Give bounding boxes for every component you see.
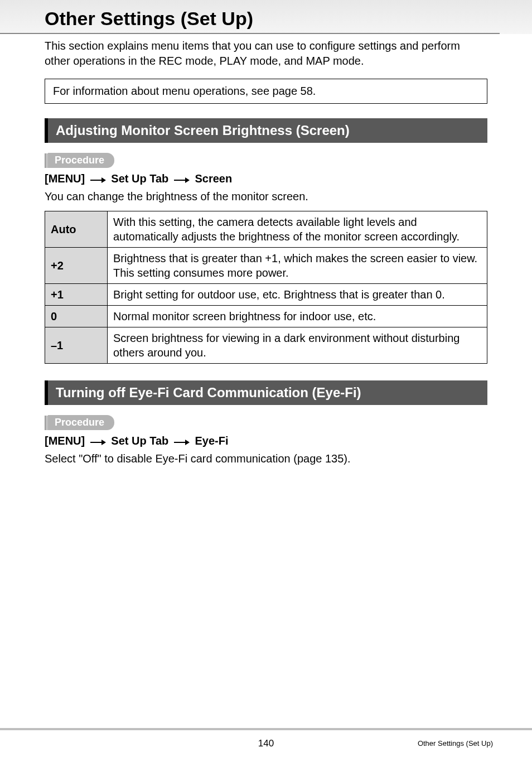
- table-row: +2 Brightness that is greater than +1, w…: [45, 248, 487, 284]
- path-step-menu: [MENU]: [45, 435, 85, 447]
- svg-marker-1: [101, 177, 106, 183]
- procedure-path-eyefi: [MENU] Set Up Tab Eye-Fi: [45, 435, 487, 448]
- info-box: For information about menu operations, s…: [45, 79, 487, 104]
- path-step-menu: [MENU]: [45, 172, 85, 185]
- setting-value: With this setting, the camera detects av…: [108, 211, 487, 248]
- section-heading-eyefi: Turning off Eye-Fi Card Communication (E…: [45, 380, 487, 405]
- procedure-label: Procedure: [45, 153, 487, 168]
- setting-key: 0: [45, 306, 108, 327]
- table-row: Auto With this setting, the camera detec…: [45, 211, 487, 248]
- path-step-eyefi: Eye-Fi: [195, 435, 228, 447]
- setting-key: –1: [45, 327, 108, 364]
- arrow-icon: [90, 435, 106, 448]
- setting-key: +1: [45, 284, 108, 306]
- setting-key: +2: [45, 248, 108, 284]
- path-step-setup: Set Up Tab: [111, 435, 168, 447]
- svg-marker-3: [185, 177, 190, 183]
- arrow-icon: [174, 173, 190, 186]
- table-row: +1 Bright setting for outdoor use, etc. …: [45, 284, 487, 306]
- arrow-icon: [174, 435, 190, 448]
- setting-value: Normal monitor screen brightness for ind…: [108, 306, 487, 327]
- procedure-pill: Procedure: [48, 153, 114, 168]
- path-step-setup: Set Up Tab: [111, 172, 168, 185]
- procedure-label: Procedure: [45, 415, 487, 430]
- arrow-icon: [90, 173, 106, 186]
- table-row: –1 Screen brightness for viewing in a da…: [45, 327, 487, 364]
- svg-marker-5: [101, 440, 106, 445]
- setting-key: Auto: [45, 211, 108, 248]
- setting-value: Brightness that is greater than +1, whic…: [108, 248, 487, 284]
- page-title: Other Settings (Set Up): [0, 8, 500, 34]
- section2-description: Select "Off" to disable Eye-Fi card comm…: [45, 452, 487, 465]
- page-footer: 140 Other Settings (Set Up): [0, 728, 532, 757]
- intro-paragraph: This section explains menu items that yo…: [45, 38, 487, 69]
- brightness-settings-table: Auto With this setting, the camera detec…: [45, 211, 487, 364]
- path-step-screen: Screen: [195, 172, 232, 185]
- procedure-path-screen: [MENU] Set Up Tab Screen: [45, 172, 487, 186]
- table-row: 0 Normal monitor screen brightness for i…: [45, 306, 487, 327]
- section-heading-screen: Adjusting Monitor Screen Brightness (Scr…: [45, 118, 487, 143]
- setting-value: Screen brightness for viewing in a dark …: [108, 327, 487, 364]
- setting-value: Bright setting for outdoor use, etc. Bri…: [108, 284, 487, 306]
- svg-marker-7: [185, 440, 190, 445]
- procedure-pill: Procedure: [48, 415, 114, 430]
- footer-section-name: Other Settings (Set Up): [418, 739, 493, 748]
- section1-description: You can change the brightness of the mon…: [45, 190, 487, 203]
